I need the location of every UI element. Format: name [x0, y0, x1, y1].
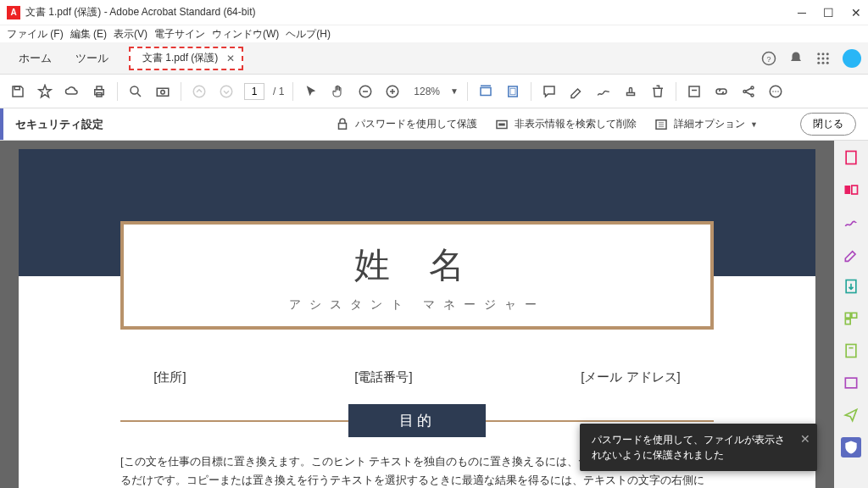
close-security-button[interactable]: 閉じる — [800, 113, 856, 136]
svg-point-40 — [775, 91, 776, 92]
search-icon[interactable] — [126, 82, 145, 101]
svg-rect-44 — [498, 123, 505, 125]
svg-point-41 — [777, 91, 779, 92]
svg-line-36 — [746, 88, 751, 91]
svg-point-7 — [826, 57, 829, 59]
zoom-out-icon[interactable] — [356, 82, 375, 101]
svg-point-2 — [817, 53, 820, 55]
page-up-icon[interactable] — [190, 82, 209, 101]
cloud-icon[interactable] — [63, 82, 81, 101]
svg-rect-51 — [852, 186, 858, 194]
svg-point-39 — [772, 91, 774, 92]
svg-point-9 — [822, 61, 825, 64]
comment-icon[interactable] — [540, 82, 559, 101]
menu-file[interactable]: ファイル (F) — [7, 27, 64, 42]
highlight-icon[interactable] — [567, 82, 586, 101]
svg-rect-13 — [97, 86, 102, 90]
rail-compress-icon[interactable] — [841, 341, 861, 361]
svg-rect-56 — [846, 345, 856, 358]
svg-point-34 — [751, 86, 754, 89]
svg-point-6 — [822, 57, 825, 59]
tab-home[interactable]: ホーム — [7, 42, 64, 74]
svg-point-3 — [822, 53, 825, 55]
svg-point-20 — [220, 86, 232, 97]
svg-line-16 — [137, 93, 141, 97]
zoom-in-icon[interactable] — [383, 82, 402, 101]
link-icon[interactable] — [712, 82, 731, 101]
rail-sign-icon[interactable] — [841, 212, 861, 232]
svg-rect-17 — [157, 88, 169, 96]
svg-line-37 — [746, 92, 751, 94]
tab-close-icon[interactable]: ✕ — [226, 53, 235, 64]
svg-point-5 — [817, 57, 820, 59]
svg-rect-53 — [845, 313, 850, 318]
doc-phone: [電話番号] — [354, 369, 412, 385]
rail-export-icon[interactable] — [841, 276, 861, 297]
page-down-icon[interactable] — [217, 82, 236, 101]
redact-button[interactable]: 非表示情報を検索して削除 — [494, 117, 637, 132]
svg-point-10 — [826, 61, 829, 64]
svg-rect-26 — [481, 87, 491, 95]
edit-icon[interactable] — [685, 82, 704, 101]
menu-help[interactable]: ヘルプ(H) — [286, 27, 331, 42]
rail-form-icon[interactable] — [841, 373, 861, 393]
rail-create-icon[interactable] — [841, 147, 861, 168]
svg-rect-58 — [845, 378, 856, 388]
protect-password-button[interactable]: パスワードを使用して保護 — [335, 117, 477, 132]
doc-email: [メール アドレス] — [581, 369, 681, 385]
hand-icon[interactable] — [329, 82, 348, 101]
options-icon — [654, 117, 669, 132]
bell-icon[interactable] — [788, 51, 804, 66]
doc-address: [住所] — [153, 369, 186, 385]
svg-rect-28 — [509, 86, 518, 97]
doc-subtitle: アシスタント マネージャー — [132, 297, 702, 313]
advanced-label: 詳細オプション — [674, 117, 745, 131]
avatar[interactable] — [843, 49, 861, 68]
doc-name: 姓 名 — [132, 241, 702, 289]
camera-icon[interactable] — [153, 82, 172, 101]
fit-page-icon[interactable] — [504, 82, 522, 101]
stamp-icon[interactable] — [621, 82, 640, 101]
toast-close-icon[interactable]: ✕ — [800, 430, 810, 448]
svg-point-15 — [131, 86, 138, 94]
menu-edit[interactable]: 編集 (E) — [70, 27, 107, 42]
star-icon[interactable] — [36, 82, 54, 101]
maximize-button[interactable]: ☐ — [823, 6, 834, 19]
print-icon[interactable] — [90, 82, 108, 101]
svg-rect-54 — [852, 313, 857, 318]
apps-icon[interactable] — [815, 51, 831, 66]
minimize-button[interactable]: ─ — [798, 6, 806, 19]
menu-view[interactable]: 表示(V) — [114, 27, 147, 42]
rail-edit-icon[interactable] — [841, 244, 861, 264]
fit-width-icon[interactable] — [476, 82, 495, 101]
help-icon[interactable]: ? — [761, 51, 776, 66]
svg-point-33 — [743, 90, 746, 92]
svg-rect-11 — [14, 86, 19, 90]
more-icon[interactable] — [766, 82, 785, 101]
rail-combine-icon[interactable] — [841, 180, 861, 200]
security-label: セキュリティ設定 — [0, 108, 115, 140]
svg-point-18 — [161, 90, 165, 94]
svg-point-35 — [751, 94, 754, 97]
page-input[interactable] — [244, 83, 264, 100]
share-icon[interactable] — [739, 82, 758, 101]
tab-tools[interactable]: ツール — [64, 42, 120, 74]
menu-esign[interactable]: 電子サイン — [154, 27, 205, 42]
signature-icon[interactable] — [594, 82, 613, 101]
menu-window[interactable]: ウィンドウ(W) — [212, 27, 279, 42]
advanced-options-button[interactable]: 詳細オプション ▼ — [654, 117, 758, 132]
zoom-level[interactable]: 128% — [414, 86, 440, 97]
rail-protect-icon[interactable] — [841, 437, 861, 458]
app-icon: A — [7, 6, 20, 19]
svg-rect-29 — [510, 88, 515, 95]
tab-document[interactable]: 文書 1.pdf (保護) ✕ — [129, 47, 243, 70]
page-total: / 1 — [273, 86, 284, 97]
rail-send-icon[interactable] — [841, 405, 861, 425]
close-window-button[interactable]: ✕ — [851, 6, 861, 19]
rail-organize-icon[interactable] — [841, 308, 861, 329]
delete-icon[interactable] — [648, 82, 667, 101]
svg-rect-42 — [339, 123, 347, 129]
save-icon[interactable] — [8, 82, 27, 101]
svg-rect-55 — [845, 319, 850, 324]
pointer-icon[interactable] — [302, 82, 320, 101]
